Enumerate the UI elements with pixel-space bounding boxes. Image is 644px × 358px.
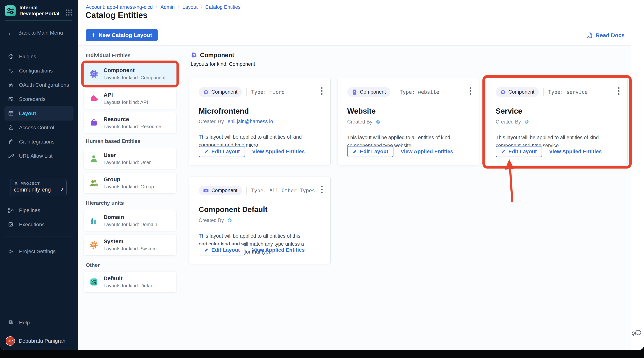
read-docs-link[interactable]: Read Docs <box>586 32 624 39</box>
nav-label: Help <box>19 320 30 326</box>
component-chip-icon <box>203 89 209 95</box>
breadcrumb-catalog-entities[interactable]: Catalog Entities <box>205 4 240 10</box>
sidebar-item-pipelines[interactable]: Pipelines <box>0 203 78 218</box>
app-logo-row[interactable]: Internal Developer Portal <box>5 5 60 17</box>
view-applied-entities-link[interactable]: View Applied Entities <box>400 148 453 154</box>
help-nav: ? Help <box>0 316 78 330</box>
read-docs-label: Read Docs <box>596 32 624 39</box>
kebab-menu-icon[interactable] <box>468 86 472 97</box>
sidebar-item-git-integrations[interactable]: Git Integrations <box>0 135 78 149</box>
sidebar-accent-divider <box>5 21 72 21</box>
sidebar-item-scorecards[interactable]: Scorecards <box>0 92 78 106</box>
entity-name: Component <box>104 67 166 73</box>
app-switcher-grid-icon[interactable] <box>64 8 73 18</box>
kebab-menu-icon[interactable] <box>320 184 324 196</box>
entity-desc: Layouts for kind: Resource <box>104 124 161 129</box>
back-to-main-menu[interactable]: ← Back to Main Menu <box>8 30 63 36</box>
page-title: Catalog Entities <box>86 11 148 20</box>
kind-badge: Component <box>496 87 539 97</box>
entity-item-api[interactable]: API Layouts for kind: API <box>84 88 176 109</box>
view-applied-entities-link[interactable]: View Applied Entities <box>252 247 305 253</box>
edit-layout-label: Edit Layout <box>211 148 240 154</box>
entity-item-component[interactable]: Component Layouts for kind: Component <box>84 63 176 84</box>
breadcrumb-layout[interactable]: Layout <box>182 4 198 10</box>
breadcrumb-admin[interactable]: Admin <box>160 4 175 10</box>
sidebar-item-help[interactable]: ? Help <box>0 316 78 330</box>
user-icon <box>89 154 98 163</box>
sidebar-item-configurations[interactable]: Configurations <box>0 64 78 78</box>
edit-layout-button[interactable]: Edit Layout <box>199 146 245 157</box>
lock-icon <box>8 82 14 88</box>
entity-desc: Layouts for kind: Domain <box>104 222 157 227</box>
badge-type-divider <box>395 88 395 96</box>
back-label: Back to Main Menu <box>18 30 63 36</box>
kind-badge-label: Component <box>211 188 238 193</box>
entity-item-default[interactable]: Default Layouts for kind: Default <box>84 271 176 293</box>
kind-badge-label: Component <box>360 89 386 95</box>
nav-label: Layout <box>19 110 36 116</box>
badge-type-divider <box>544 88 544 96</box>
view-applied-entities-link[interactable]: View Applied Entities <box>549 148 602 154</box>
component-chip-icon <box>191 52 197 58</box>
kind-badge: Component <box>347 87 390 97</box>
kebab-menu-icon[interactable] <box>320 86 324 97</box>
chat-support-icon[interactable] <box>632 328 642 339</box>
layout-card-component-default: Component Type: All Other Types Componen… <box>189 176 330 264</box>
new-catalog-layout-label: New Catalog Layout <box>98 32 152 38</box>
edit-layout-button[interactable]: Edit Layout <box>496 146 542 157</box>
created-by-label: Created By <box>347 119 372 125</box>
breadcrumb-account[interactable]: Account: app-harness-ng-cicd <box>86 4 153 10</box>
user-menu[interactable]: DP Debabrata Panigrahi <box>6 336 66 346</box>
entity-name: Resource <box>104 116 161 122</box>
system-gear-icon <box>89 241 98 249</box>
default-logo-icon <box>89 277 98 286</box>
sidebar-item-layout[interactable]: Layout <box>4 106 74 120</box>
edit-layout-button[interactable]: Edit Layout <box>347 146 394 157</box>
sidebar-item-executions[interactable]: Executions <box>0 218 78 232</box>
layout-card-microfrontend: Component Type: micro Microfrontend Crea… <box>189 78 330 165</box>
sidebar: Internal Developer Portal ← Back to Main… <box>0 0 78 350</box>
entity-desc: Layouts for kind: Component <box>104 75 166 81</box>
harness-user-icon <box>226 217 233 224</box>
header-divider <box>78 24 644 24</box>
edit-layout-button[interactable]: Edit Layout <box>199 245 245 255</box>
breadcrumb: Account: app-harness-ng-cicd › Admin › L… <box>86 4 240 10</box>
project-selector[interactable]: PROJECT community-eng › <box>10 179 66 196</box>
pencil-icon <box>501 149 506 154</box>
entity-item-domain[interactable]: Domain Layouts for kind: Domain <box>84 210 176 231</box>
gears-icon <box>8 67 14 74</box>
sidebar-item-access-control[interactable]: Access Control <box>0 120 78 135</box>
sidebar-item-project-settings[interactable]: Project Settings <box>0 244 78 259</box>
entity-item-resource[interactable]: Resource Layouts for kind: Resource <box>84 112 176 133</box>
app-window: Internal Developer Portal ← Back to Main… <box>0 0 644 350</box>
entity-name: Domain <box>104 214 157 220</box>
nav-panel-border <box>5 42 73 49</box>
sidebar-item-url-allow-list[interactable]: URL Allow List <box>0 149 78 163</box>
section-label-individual-entities: Individual Entities <box>86 53 130 59</box>
entity-item-group[interactable]: Group Layouts for kind: Group <box>84 172 176 194</box>
kind-badge-label: Component <box>508 89 534 95</box>
kind-title: Component <box>200 52 234 59</box>
harness-user-icon <box>524 119 530 125</box>
layout-card-title: Component Default <box>199 205 321 214</box>
group-icon <box>89 178 98 188</box>
layout-icon <box>8 110 14 117</box>
entity-item-user[interactable]: User Layouts for kind: User <box>84 148 176 169</box>
entity-desc: Layouts for kind: System <box>104 246 157 252</box>
help-chat-icon: ? <box>8 319 14 326</box>
entity-item-system[interactable]: System Layouts for kind: System <box>84 234 176 256</box>
section-label-human-based: Human based Entities <box>86 138 140 144</box>
nav-label: Executions <box>19 222 44 228</box>
settings-nav: Project Settings <box>0 244 78 259</box>
created-by-email-link[interactable]: jenil.jain@harness.io <box>226 119 273 124</box>
type-text: Type: service <box>548 89 588 95</box>
type-text: Type: website <box>400 89 439 95</box>
entity-desc: Layouts for kind: API <box>104 99 148 105</box>
view-applied-entities-link[interactable]: View Applied Entities <box>252 148 305 154</box>
sidebar-item-plugins[interactable]: Plugins <box>0 50 78 64</box>
kebab-menu-icon[interactable] <box>616 86 621 97</box>
sidebar-item-oauth-configurations[interactable]: OAuth Configurations <box>0 78 78 92</box>
created-by-label: Created By <box>199 119 224 124</box>
new-catalog-layout-button[interactable]: + New Catalog Layout <box>86 29 158 41</box>
pipelines-icon <box>8 207 14 214</box>
